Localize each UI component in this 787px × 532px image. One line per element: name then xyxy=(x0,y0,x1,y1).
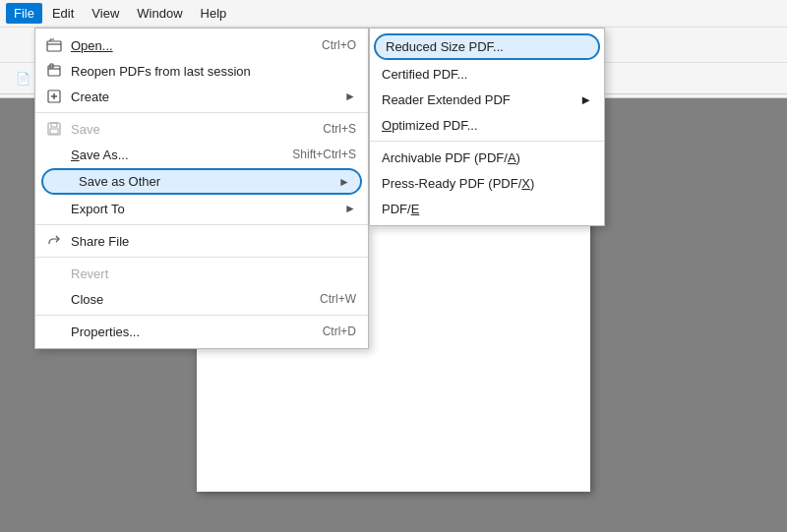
create-icon xyxy=(45,88,63,105)
close-icon xyxy=(45,290,63,308)
reopen-icon xyxy=(45,62,63,80)
save-as-icon xyxy=(45,146,63,163)
svg-rect-0 xyxy=(47,41,61,51)
file-menu-dropdown: Open... Ctrl+O Reopen PDFs from last ses… xyxy=(34,28,369,349)
submenu-item-reader-extended[interactable]: Reader Extended PDF ► xyxy=(370,87,604,112)
share-label: Share File xyxy=(71,234,129,249)
menu-help[interactable]: Help xyxy=(193,3,235,24)
save-as-other-icon xyxy=(53,173,71,191)
menu-item-save-as-other[interactable]: Save as Other ► xyxy=(41,168,362,195)
close-shortcut: Ctrl+W xyxy=(320,292,356,306)
save-as-shortcut: Shift+Ctrl+S xyxy=(292,148,356,161)
reduced-pdf-label: Reduced Size PDF... xyxy=(386,39,504,54)
properties-label: Properties... xyxy=(71,325,140,339)
properties-icon xyxy=(45,323,63,340)
properties-shortcut: Ctrl+D xyxy=(323,325,356,338)
separator-1 xyxy=(35,112,368,113)
menu-edit[interactable]: Edit xyxy=(44,3,82,24)
share-icon xyxy=(45,232,63,250)
menu-item-save-as[interactable]: Save As... Shift+Ctrl+S xyxy=(35,142,368,167)
menu-item-properties[interactable]: Properties... Ctrl+D xyxy=(35,319,368,344)
menu-item-revert[interactable]: Revert xyxy=(35,261,368,286)
save-as-label: Save As... xyxy=(71,148,129,162)
menu-item-reopen[interactable]: Reopen PDFs from last session xyxy=(35,58,368,84)
submenu-item-reduced[interactable]: Reduced Size PDF... xyxy=(374,33,600,60)
reader-extended-label: Reader Extended PDF xyxy=(382,92,511,107)
submenu-separator-1 xyxy=(370,141,604,142)
submenu-item-press-ready[interactable]: Press-Ready PDF (PDF/X) xyxy=(370,170,604,196)
save-label: Save xyxy=(71,122,100,137)
reader-extended-arrow: ► xyxy=(579,92,592,107)
open-icon xyxy=(45,36,63,54)
reduced-pdf-wrapper: Reduced Size PDF... xyxy=(374,33,600,60)
reduce-size-icon: 📄 xyxy=(16,72,30,86)
menubar: File Edit View Window Help xyxy=(0,0,787,28)
separator-4 xyxy=(35,315,368,316)
menu-item-create[interactable]: Create ► xyxy=(35,84,368,109)
menu-item-open[interactable]: Open... Ctrl+O xyxy=(35,32,368,58)
svg-rect-6 xyxy=(50,129,58,134)
export-to-arrow: ► xyxy=(344,202,356,215)
pdfe-label: PDF/E xyxy=(382,202,419,216)
open-label: Open... xyxy=(71,38,113,53)
close-label: Close xyxy=(71,292,103,307)
menu-view[interactable]: View xyxy=(84,3,127,24)
save-shortcut: Ctrl+S xyxy=(323,122,356,136)
export-icon xyxy=(45,200,63,217)
press-ready-pdf-label: Press-Ready PDF (PDF/X) xyxy=(382,176,534,191)
menu-window[interactable]: Window xyxy=(129,3,190,24)
open-shortcut: Ctrl+O xyxy=(322,38,356,52)
save-as-other-wrapper: Save as Other ► xyxy=(35,168,368,195)
save-as-other-label: Save as Other xyxy=(79,174,160,189)
menu-item-close[interactable]: Close Ctrl+W xyxy=(35,286,368,312)
archivable-pdf-label: Archivable PDF (PDF/A) xyxy=(382,150,520,165)
menu-item-share[interactable]: Share File xyxy=(35,228,368,254)
export-to-label: Export To xyxy=(71,202,125,216)
save-as-other-arrow: ► xyxy=(338,175,350,189)
save-as-other-submenu: Reduced Size PDF... Certified PDF... Rea… xyxy=(369,28,605,226)
optimized-pdf-label: Optimized PDF... xyxy=(382,118,478,133)
separator-2 xyxy=(35,224,368,225)
submenu-item-certified[interactable]: Certified PDF... xyxy=(370,61,604,87)
save-icon xyxy=(45,120,63,138)
create-label: Create xyxy=(71,89,109,104)
submenu-item-pdfe[interactable]: PDF/E xyxy=(370,196,604,221)
reopen-label: Reopen PDFs from last session xyxy=(71,64,251,79)
submenu-item-archivable[interactable]: Archivable PDF (PDF/A) xyxy=(370,145,604,170)
menu-item-export-to[interactable]: Export To ► xyxy=(35,196,368,221)
separator-3 xyxy=(35,257,368,258)
submenu-item-optimized[interactable]: Optimized PDF... xyxy=(370,112,604,138)
revert-icon xyxy=(45,265,63,282)
certified-pdf-label: Certified PDF... xyxy=(382,67,467,82)
revert-label: Revert xyxy=(71,266,108,281)
create-arrow: ► xyxy=(344,89,356,103)
menu-file[interactable]: File xyxy=(6,3,42,24)
menu-item-save[interactable]: Save Ctrl+S xyxy=(35,116,368,142)
